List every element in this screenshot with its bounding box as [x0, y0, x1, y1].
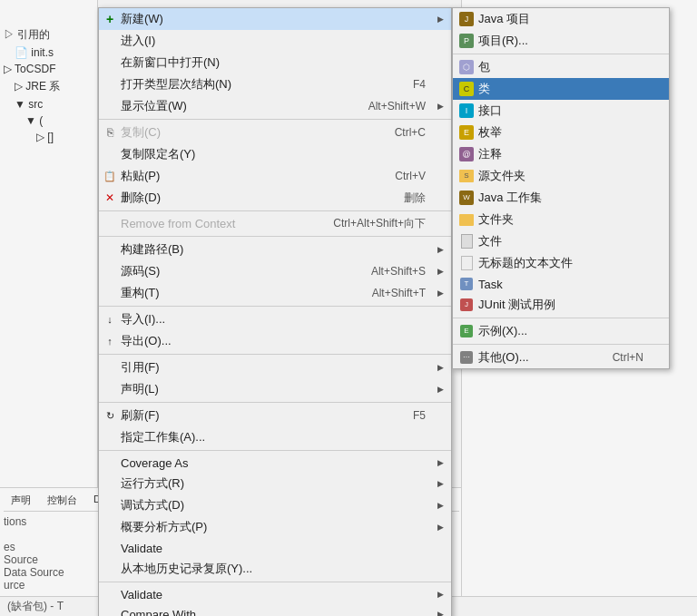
other-icon: ⋯ — [458, 349, 475, 366]
submenu-item-interface[interactable]: I 接口 — [453, 100, 669, 122]
menu-item-new[interactable]: + 新建(W) — [99, 8, 451, 30]
submenu-separator — [453, 318, 669, 318]
submenu-item-label: 其他(O)... — [478, 349, 529, 366]
submenu-item-folder[interactable]: 文件夹 — [453, 209, 669, 230]
submenu-item-untitled[interactable]: 无标题的文本文件 — [453, 252, 669, 274]
package-icon: ⬡ — [458, 59, 475, 75]
annotation-icon: @ — [458, 146, 475, 162]
menu-item-show-location[interactable]: 显示位置(W) Alt+Shift+W — [99, 95, 451, 117]
menu-item-coverage-as[interactable]: Coverage As — [99, 453, 451, 473]
submenu-item-label: 文件 — [478, 233, 502, 249]
export-icon: ↑ — [103, 334, 117, 348]
submenu-separator — [453, 344, 669, 345]
tab-declaration[interactable]: 声明 — [4, 492, 38, 509]
menu-item-label: 粘贴(P) — [121, 168, 160, 184]
menu-item-label: 复制(C) — [121, 124, 161, 141]
menu-item-label: 运行方式(R) — [121, 475, 184, 492]
menu-item-label: 复制限定名(Y) — [121, 146, 195, 162]
menu-item-enter[interactable]: 进入(I) — [99, 30, 451, 52]
menu-item-refactor[interactable]: 重构(T) Alt+Shift+T — [99, 282, 451, 304]
shortcut-label: Alt+Shift+W — [368, 100, 444, 112]
submenu-item-other[interactable]: ⋯ 其他(O)... Ctrl+N — [453, 347, 669, 368]
shortcut-label: F4 — [413, 78, 444, 91]
example-icon: E — [458, 323, 475, 339]
submenu-item-class[interactable]: C 类 — [453, 78, 669, 100]
submenu-item-label: 示例(X)... — [478, 323, 527, 339]
menu-item-source[interactable]: 源码(S) Alt+Shift+S — [99, 260, 451, 282]
menu-item-import[interactable]: ↓ 导入(I)... — [99, 308, 451, 330]
untitled-icon — [458, 255, 475, 271]
submenu-item-source-folder[interactable]: S 源文件夹 — [453, 165, 669, 187]
menu-item-paste[interactable]: 📋 粘贴(P) Ctrl+V — [99, 165, 451, 187]
menu-item-label: 打开类型层次结构(N) — [121, 76, 231, 93]
menu-item-restore-local[interactable]: 从本地历史记录复原(Y)... — [99, 558, 451, 580]
junit-icon: J — [458, 297, 475, 313]
menu-item-compare-with[interactable]: Compare With — [99, 604, 451, 616]
menu-item-remove-context[interactable]: Remove from Context Ctrl+Alt+Shift+向下 — [99, 213, 451, 234]
menu-item-run-as[interactable]: 运行方式(R) — [99, 473, 451, 494]
paste-icon: 📋 — [103, 169, 117, 183]
menu-item-validate[interactable]: Validate — [99, 538, 451, 558]
menu-separator — [99, 582, 451, 582]
submenu-item-project[interactable]: P 项目(R)... — [453, 30, 669, 52]
submenu-item-label: 枚举 — [478, 124, 502, 141]
submenu-item-label: 包 — [478, 59, 490, 75]
submenu-item-annotation[interactable]: @ 注释 — [453, 143, 669, 165]
menu-item-workset[interactable]: 指定工作集(A)... — [99, 426, 451, 448]
submenu-item-label: 类 — [478, 81, 490, 97]
submenu-item-label: Java 工作集 — [478, 190, 542, 206]
java-project-icon: J — [458, 11, 475, 27]
submenu-item-enum[interactable]: E 枚举 — [453, 122, 669, 143]
menu-item-refresh[interactable]: ↻ 刷新(F) F5 — [99, 405, 451, 426]
submenu-item-task[interactable]: T Task — [453, 274, 669, 294]
menu-item-open-window[interactable]: 在新窗口中打开(N) — [99, 52, 451, 73]
submenu-item-java-project[interactable]: J Java 项目 — [453, 8, 669, 30]
submenu-item-label: Java 项目 — [478, 11, 530, 27]
menu-item-reference[interactable]: 引用(F) — [99, 357, 451, 378]
copy-icon: ⎘ — [103, 125, 117, 140]
menu-item-debug-as[interactable]: 调试方式(D) — [99, 494, 451, 516]
submenu-item-label: 源文件夹 — [478, 168, 525, 184]
menu-item-label: 引用(F) — [121, 359, 160, 376]
menu-item-copy-qualified[interactable]: 复制限定名(Y) — [99, 143, 451, 165]
tree-item: ▷ JRE 系 — [0, 77, 97, 96]
refresh-icon: ↻ — [103, 408, 117, 423]
menu-item-profile-as[interactable]: 概要分析方式(P) — [99, 516, 451, 538]
menu-item-label: 在新窗口中打开(N) — [121, 54, 220, 71]
menu-item-delete[interactable]: ✕ 删除(D) 删除 — [99, 187, 451, 209]
tab-console[interactable]: 控制台 — [40, 492, 84, 509]
menu-item-export[interactable]: ↑ 导出(O)... — [99, 330, 451, 352]
menu-item-label: 指定工作集(A)... — [121, 429, 205, 445]
menu-item-label: 导入(I)... — [121, 311, 165, 328]
menu-separator — [99, 306, 451, 307]
submenu-item-label: 项目(R)... — [478, 33, 528, 49]
shortcut-label: F5 — [413, 409, 444, 422]
menu-item-build-path[interactable]: 构建路径(B) — [99, 239, 451, 260]
interface-icon: I — [458, 103, 475, 119]
menu-item-declaration[interactable]: 声明(L) — [99, 378, 451, 400]
menu-item-type-hierarchy[interactable]: 打开类型层次结构(N) F4 — [99, 73, 451, 95]
import-icon: ↓ — [103, 312, 117, 327]
submenu-new: J Java 项目 P 项目(R)... ⬡ 包 C 类 I 接口 E 枚 — [452, 7, 670, 369]
menu-item-label: 从本地历史记录复原(Y)... — [121, 561, 252, 577]
tree-item: ▼ src — [0, 96, 97, 112]
menu-item-label: 声明(L) — [121, 381, 159, 397]
submenu-item-file[interactable]: 文件 — [453, 230, 669, 252]
submenu-item-label: Task — [478, 278, 503, 291]
class-icon: C — [458, 81, 475, 97]
shortcut-label: 删除 — [404, 191, 444, 206]
submenu-item-java-workset[interactable]: W Java 工作集 — [453, 187, 669, 209]
submenu-item-junit[interactable]: J JUnit 测试用例 — [453, 294, 669, 316]
menu-item-label: Coverage As — [121, 456, 188, 470]
source-folder-icon: S — [458, 168, 475, 184]
folder-icon — [458, 211, 475, 228]
tree-item: ▷ [] — [0, 129, 97, 145]
menu-item-copy[interactable]: ⎘ 复制(C) Ctrl+C — [99, 122, 451, 143]
submenu-item-label: JUnit 测试用例 — [478, 297, 555, 313]
shortcut-label: Ctrl+V — [395, 170, 444, 182]
submenu-item-example[interactable]: E 示例(X)... — [453, 320, 669, 342]
menu-item-label: 新建(W) — [121, 11, 163, 27]
menu-separator — [99, 450, 451, 451]
menu-item-team[interactable]: Validate — [99, 584, 451, 604]
submenu-item-package[interactable]: ⬡ 包 — [453, 56, 669, 78]
